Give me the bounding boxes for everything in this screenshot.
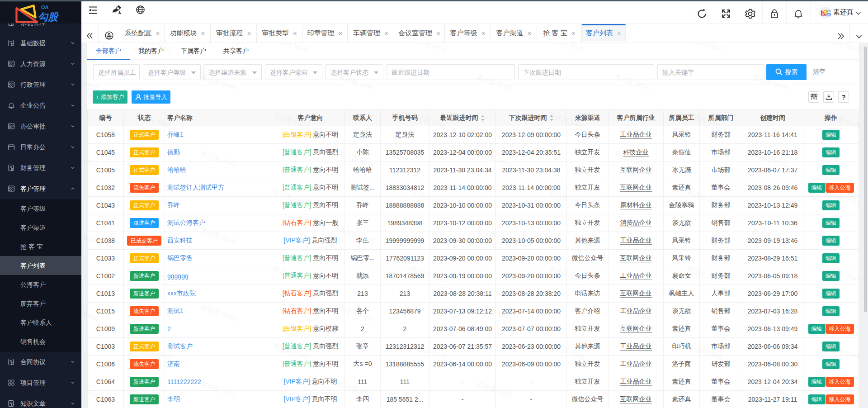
svg-text:OA: OA	[41, 5, 49, 10]
svg-text:勾股: 勾股	[38, 11, 59, 23]
svg-text:勾股: 勾股	[826, 12, 831, 17]
